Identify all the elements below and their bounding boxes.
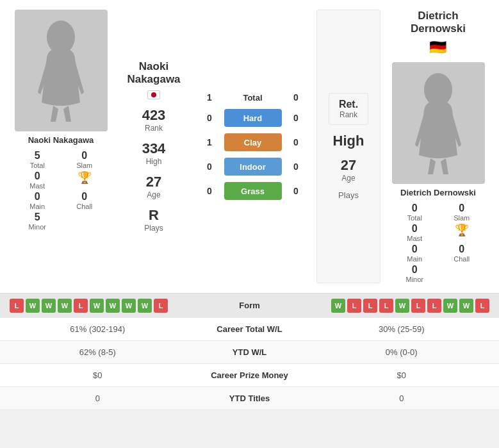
clay-right-score: 0 (288, 137, 304, 147)
right-player-name-label: Dietrich Dernowski (400, 188, 476, 197)
right-minor-stat: 0 Minor (392, 264, 438, 283)
right-high-value: High (333, 133, 364, 149)
left-rank-block: 423 Rank (142, 107, 166, 133)
left-total-stat: 5 Total (15, 150, 61, 169)
stats-left-value: $0 (10, 370, 186, 380)
stats-row: $0 Career Prize Money $0 (0, 364, 499, 387)
left-minor-stat: 5 Minor (15, 212, 61, 231)
stats-row: 62% (8-5) YTD W/L 0% (0-0) (0, 341, 499, 364)
form-badge-left: W (90, 299, 104, 313)
surface-row-total: 1 Total 0 (195, 92, 310, 103)
right-ret-block: Ret. Rank (329, 93, 368, 125)
left-slam-label: Slam (76, 162, 92, 169)
form-badge-right: W (395, 299, 409, 313)
right-ret-label: Rank (339, 110, 358, 119)
surface-row-clay: 1 Clay 0 (195, 133, 310, 151)
form-badge-left: W (138, 299, 152, 313)
right-main-label: Main (407, 255, 422, 263)
left-stats-grid: 5 Total 0 Slam 0 Mast 🏆 0 Main (15, 150, 108, 231)
right-player-silhouette (413, 72, 464, 174)
left-age-block: 27 Age (146, 174, 161, 199)
left-chall-stat: 0 Chall (61, 191, 108, 210)
career-stats-section: 61% (302-194) Career Total W/L 30% (25-5… (0, 318, 499, 410)
form-badge-right: W (443, 299, 457, 313)
grass-right-score: 0 (288, 186, 304, 196)
left-high-value: 334 (142, 140, 166, 157)
left-plays-label: Plays (144, 224, 163, 233)
right-minor-label: Minor (405, 276, 423, 283)
left-trophy: 🏆 (61, 170, 108, 190)
right-slam-value: 0 (459, 203, 464, 214)
left-age-value: 27 (146, 174, 161, 190)
stats-center-label: Career Prize Money (186, 370, 314, 380)
stats-right-value: 0% (0-0) (314, 347, 490, 357)
left-age-label: Age (146, 190, 161, 199)
stats-row: 61% (302-194) Career Total W/L 30% (25-5… (0, 318, 499, 341)
hard-button[interactable]: Hard (224, 109, 282, 127)
left-trophy-icon: 🏆 (78, 170, 92, 185)
right-main-stat: 0 Main (392, 244, 438, 263)
left-center-stats: Naoki Nakagawa 423 Rank 334 High 27 Age (115, 10, 192, 283)
clay-left-score: 1 (202, 137, 218, 147)
left-player-silhouette (35, 19, 86, 122)
left-high-label: High (142, 157, 166, 166)
form-badge-right: W (331, 299, 345, 313)
grass-left-score: 0 (202, 186, 218, 196)
form-badges-right: WLLLWLLWWL (288, 299, 490, 313)
left-main-value: 0 (35, 191, 40, 203)
right-trophy-icon: 🏆 (455, 223, 469, 237)
right-plays-block: Plays (338, 190, 359, 200)
right-age-block: 27 Age (341, 157, 356, 183)
right-center-stats: Ret. Rank High 27 Age Plays (316, 10, 380, 283)
right-stats-grid: 0 Total 0 Slam 0 Mast 🏆 0 Main (392, 203, 485, 283)
left-chall-label: Chall (76, 203, 92, 210)
right-ret-value: Ret. (339, 99, 358, 110)
right-chall-value: 0 (459, 244, 464, 255)
left-name-header: Naoki Nakagawa (127, 60, 180, 87)
form-badge-left: L (74, 299, 88, 313)
form-badge-right: L (475, 299, 489, 313)
form-badge-left: W (58, 299, 72, 313)
form-badge-right: L (379, 299, 393, 313)
stats-center-label: YTD W/L (186, 347, 314, 357)
left-slam-value: 0 (81, 150, 87, 162)
stats-left-value: 62% (8-5) (10, 347, 186, 357)
form-section: LWWWLWWWWL Form WLLLWLLWWL (0, 294, 499, 318)
left-high-block: 334 High (142, 140, 166, 166)
right-flag: 🇩🇪 (429, 39, 446, 56)
total-left-score: 1 (202, 92, 218, 103)
right-slam-stat: 0 Slam (439, 203, 485, 222)
stats-row: 0 YTD Titles 0 (0, 387, 499, 410)
left-player-name-label: Naoki Nakagawa (28, 135, 94, 145)
surface-row-grass: 0 Grass 0 (195, 182, 310, 200)
grass-button[interactable]: Grass (224, 182, 282, 200)
left-plays-block: R Plays (144, 207, 163, 233)
main-container: Naoki Nakagawa 5 Total 0 Slam 0 Mast 🏆 (0, 0, 499, 410)
right-total-label: Total (407, 214, 422, 222)
hard-right-score: 0 (288, 113, 304, 123)
right-plays-label: Plays (338, 190, 359, 200)
left-player-photo (15, 10, 108, 131)
stats-right-value: 30% (25-59) (314, 324, 490, 334)
form-badge-right: L (411, 299, 425, 313)
indoor-button[interactable]: Indoor (224, 158, 282, 176)
indoor-left-score: 0 (202, 162, 218, 172)
player-comparison: Naoki Nakagawa 5 Total 0 Slam 0 Mast 🏆 (0, 0, 499, 294)
clay-button[interactable]: Clay (224, 133, 282, 151)
left-main-label: Main (29, 203, 45, 210)
hard-left-score: 0 (202, 113, 218, 123)
right-name-header: Dietrich Dernowski (411, 10, 466, 36)
left-main-stat: 0 Main (15, 191, 61, 210)
stats-center-label: YTD Titles (186, 394, 314, 403)
form-badge-right: L (363, 299, 377, 313)
right-age-label: Age (341, 174, 356, 183)
right-slam-label: Slam (454, 214, 470, 222)
right-total-stat: 0 Total (392, 203, 438, 222)
form-label: Form (211, 301, 288, 310)
left-player-header: Naoki Nakagawa (102, 60, 205, 99)
indoor-right-score: 0 (288, 162, 304, 172)
form-badge-left: W (26, 299, 40, 313)
form-badge-right: L (347, 299, 361, 313)
form-badge-left: W (106, 299, 120, 313)
form-badge-left: L (10, 299, 24, 313)
